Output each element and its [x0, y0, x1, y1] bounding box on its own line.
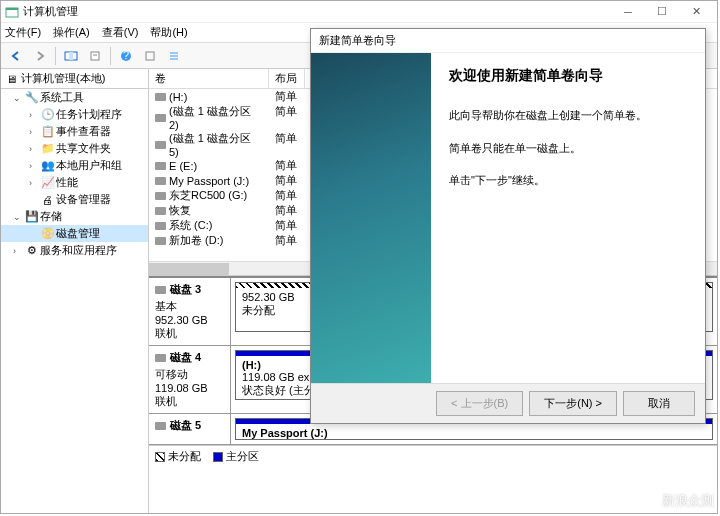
computer-icon: 🖥 [5, 72, 18, 85]
tree-storage[interactable]: ⌄💾存储 [1, 208, 148, 225]
volume-name: (磁盘 1 磁盘分区 5) [169, 131, 263, 158]
wizard-body: 欢迎使用新建简单卷向导 此向导帮助你在磁盘上创建一个简单卷。 简单卷只能在单一磁… [311, 53, 705, 383]
menu-help[interactable]: 帮助(H) [150, 25, 187, 40]
minimize-button[interactable]: ─ [611, 2, 645, 22]
up-button[interactable] [60, 45, 82, 67]
volume-layout: 简单 [269, 233, 305, 248]
wizard-text: 此向导帮助你在磁盘上创建一个简单卷。 [449, 107, 687, 124]
tree-local-users[interactable]: ›👥本地用户和组 [1, 157, 148, 174]
wizard-content: 欢迎使用新建简单卷向导 此向导帮助你在磁盘上创建一个简单卷。 简单卷只能在单一磁… [431, 53, 705, 383]
volume-layout: 简单 [269, 131, 305, 158]
disk-info: 磁盘 5 [149, 414, 231, 444]
volume-name: 系统 (C:) [169, 218, 212, 233]
volume-icon [155, 177, 166, 185]
svg-rect-1 [6, 8, 18, 10]
volume-name: 东芝RC500 (G:) [169, 188, 247, 203]
next-button[interactable]: 下一步(N) > [529, 391, 617, 416]
volume-icon [155, 114, 166, 122]
tree-performance[interactable]: ›📈性能 [1, 174, 148, 191]
forward-button[interactable] [29, 45, 51, 67]
disk-icon [155, 286, 166, 294]
clock-icon: 🕒 [41, 108, 54, 121]
refresh-button[interactable] [139, 45, 161, 67]
wizard-text: 单击"下一步"继续。 [449, 172, 687, 189]
cancel-button[interactable]: 取消 [623, 391, 695, 416]
volume-icon [155, 222, 166, 230]
legend-swatch-primary [213, 452, 223, 462]
new-simple-volume-wizard: 新建简单卷向导 欢迎使用新建简单卷向导 此向导帮助你在磁盘上创建一个简单卷。 简… [310, 28, 706, 424]
tree-root[interactable]: 🖥 计算机管理(本地) [1, 69, 148, 89]
app-icon [5, 5, 19, 19]
storage-icon: 💾 [25, 210, 38, 223]
disk-icon [155, 354, 166, 362]
tree-services[interactable]: ›⚙服务和应用程序 [1, 242, 148, 259]
legend-swatch-hatched [155, 452, 165, 462]
window-title: 计算机管理 [23, 4, 611, 19]
disk-info: 磁盘 4 可移动 119.08 GB 联机 [149, 346, 231, 413]
menu-file[interactable]: 文件(F) [5, 25, 41, 40]
tree-task-scheduler[interactable]: ›🕒任务计划程序 [1, 106, 148, 123]
maximize-button[interactable]: ☐ [645, 2, 679, 22]
tree-event-viewer[interactable]: ›📋事件查看器 [1, 123, 148, 140]
svg-rect-4 [91, 52, 99, 60]
volume-icon [155, 141, 166, 149]
volume-icon [155, 162, 166, 170]
back-button[interactable] [5, 45, 27, 67]
volume-layout: 简单 [269, 203, 305, 218]
volume-layout: 简单 [269, 158, 305, 173]
tree-system-tools[interactable]: ⌄🔧系统工具 [1, 89, 148, 106]
menu-action[interactable]: 操作(A) [53, 25, 90, 40]
volume-layout: 简单 [269, 104, 305, 131]
volume-name: 恢复 [169, 203, 191, 218]
volume-name: My Passport (J:) [169, 175, 249, 187]
help-button[interactable]: ? [115, 45, 137, 67]
disk-info: 磁盘 3 基本 952.30 GB 联机 [149, 278, 231, 345]
volume-name: E (E:) [169, 160, 197, 172]
expander-icon[interactable]: ⌄ [13, 93, 23, 103]
volume-layout: 简单 [269, 218, 305, 233]
wizard-title: 新建简单卷向导 [311, 29, 705, 53]
event-icon: 📋 [41, 125, 54, 138]
volume-name: 新加卷 (D:) [169, 233, 223, 248]
volume-icon [155, 237, 166, 245]
properties-button[interactable] [84, 45, 106, 67]
volume-icon [155, 192, 166, 200]
wizard-buttons: < 上一步(B) 下一步(N) > 取消 [311, 383, 705, 423]
volume-layout: 简单 [269, 173, 305, 188]
folder-icon: 📁 [41, 142, 54, 155]
legend-unallocated: 未分配 [155, 449, 201, 464]
perf-icon: 📈 [41, 176, 54, 189]
legend-primary: 主分区 [213, 449, 259, 464]
wizard-sidebar-graphic [311, 53, 431, 383]
volume-layout: 简单 [269, 89, 305, 104]
legend: 未分配 主分区 [149, 445, 717, 467]
volume-icon [155, 93, 166, 101]
svg-rect-3 [69, 52, 73, 60]
list-button[interactable] [163, 45, 185, 67]
col-layout[interactable]: 布局 [269, 69, 305, 88]
close-button[interactable]: ✕ [679, 2, 713, 22]
users-icon: 👥 [41, 159, 54, 172]
expander-icon[interactable]: ⌄ [13, 212, 23, 222]
tree-disk-management[interactable]: 📀磁盘管理 [1, 225, 148, 242]
watermark: 新浪众测 [662, 492, 714, 510]
menu-view[interactable]: 查看(V) [102, 25, 139, 40]
disk-icon: 📀 [41, 227, 54, 240]
wrench-icon: 🔧 [25, 91, 38, 104]
scroll-thumb[interactable] [149, 263, 229, 275]
wizard-heading: 欢迎使用新建简单卷向导 [449, 67, 687, 85]
volume-icon [155, 207, 166, 215]
nav-tree: 🖥 计算机管理(本地) ⌄🔧系统工具 ›🕒任务计划程序 ›📋事件查看器 ›📁共享… [1, 69, 149, 513]
col-volume[interactable]: 卷 [149, 69, 269, 88]
window-controls: ─ ☐ ✕ [611, 2, 713, 22]
svg-rect-8 [146, 52, 154, 60]
titlebar: 计算机管理 ─ ☐ ✕ [1, 1, 717, 23]
device-icon: 🖨 [41, 193, 54, 206]
volume-name: (H:) [169, 91, 187, 103]
volume-layout: 简单 [269, 188, 305, 203]
tree-device-manager[interactable]: 🖨设备管理器 [1, 191, 148, 208]
wizard-text: 简单卷只能在单一磁盘上。 [449, 140, 687, 157]
svg-text:?: ? [123, 50, 129, 61]
tree-shared-folders[interactable]: ›📁共享文件夹 [1, 140, 148, 157]
back-button: < 上一步(B) [436, 391, 523, 416]
